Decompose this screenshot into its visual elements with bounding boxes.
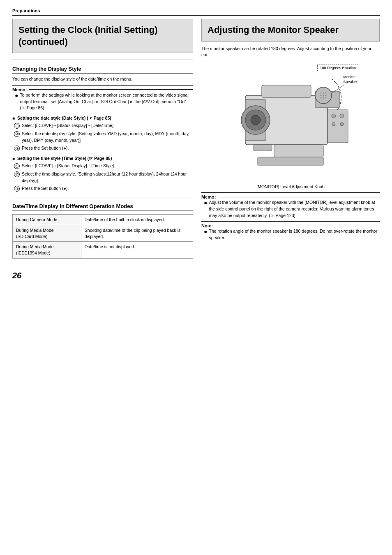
svg-rect-25: [254, 145, 272, 151]
page-number: 26: [12, 271, 193, 280]
svg-point-20: [321, 97, 322, 99]
time-step-text-3: Press the Set button (●).: [22, 185, 193, 192]
datetime-display-heading: Date/Time Display in Different Operation…: [12, 203, 193, 211]
date-step-1: ① Select [LCD/VF]→[Status Display]→[Date…: [12, 123, 193, 129]
note-block: Note: ● The rotation angle of the monito…: [201, 221, 380, 241]
note-title: Note:: [201, 223, 380, 228]
note-bullet-icon-1: ●: [204, 228, 207, 241]
table-cell-mode-3: During Media Mode (IEEE1394 Mode): [13, 242, 81, 258]
right-memo-block: Memo: ● Adjust the volume of the monitor…: [201, 192, 380, 219]
camera-diagram-svg: [221, 62, 360, 182]
svg-point-5: [251, 115, 261, 125]
svg-rect-26: [258, 157, 323, 165]
step-num-2: ②: [14, 131, 20, 137]
date-style-heading: Setting the date style (Date Style) (☞ P…: [12, 116, 193, 120]
table-cell-desc-2: Shooting date/time of the clip being pla…: [81, 225, 193, 241]
table-cell-desc-1: Date/time of the built-in clock is displ…: [81, 215, 193, 225]
svg-point-22: [325, 97, 327, 99]
monitor-speaker-label: MonitorSpeaker: [343, 75, 357, 84]
table-cell-mode-2: During Media Mode (SD Card Mode): [13, 225, 81, 241]
time-step-2: ② Select the time display style. [Settin…: [12, 171, 193, 184]
time-style-heading: Setting the time style (Time Style) (☞ P…: [12, 156, 193, 161]
svg-rect-8: [327, 110, 348, 143]
right-bullet-icon-1: ●: [204, 199, 207, 219]
time-step-3: ③ Press the Set button (●).: [12, 185, 193, 192]
table-cell-desc-3: Date/time is not displayed.: [81, 242, 193, 258]
note-bullet-text-1: The rotation angle of the monitor speake…: [209, 228, 380, 241]
right-column: Adjusting the Monitor Speaker The monito…: [201, 19, 380, 280]
svg-point-16: [325, 92, 327, 94]
changing-display-style-heading: Changing the Display Style: [12, 66, 193, 74]
operation-modes-table: During Camera Mode Date/time of the buil…: [12, 214, 193, 258]
svg-point-9: [332, 114, 336, 118]
memo-title-1: Memo:: [12, 87, 193, 92]
left-section-title-box: Setting the Clock (Initial Setting) (con…: [12, 19, 193, 53]
page-header: Preparations: [12, 8, 380, 16]
left-section-title: Setting the Clock (Initial Setting) (con…: [18, 24, 187, 48]
right-memo-title: Memo:: [201, 194, 380, 199]
svg-point-17: [321, 95, 322, 96]
table-cell-mode-1: During Camera Mode: [13, 215, 81, 225]
svg-rect-24: [274, 145, 323, 157]
camera-diagram-container: 180 Degrees Rotation: [201, 62, 380, 182]
step-text-3: Press the Set button (●).: [22, 145, 193, 152]
bullet-icon-1: ●: [15, 92, 18, 111]
right-section-title: Adjusting the Monitor Speaker: [208, 24, 374, 36]
time-step-text-2: Select the time display style. [Setting …: [22, 171, 193, 184]
memo-block-1: Memo: ● To perform the settings while lo…: [12, 85, 193, 111]
table-row: During Media Mode (SD Card Mode) Shootin…: [13, 225, 193, 241]
step-num-3: ③: [14, 146, 20, 151]
right-section-intro: The monitor speaker can be rotated 180 d…: [201, 46, 380, 59]
right-memo-bullet-text-1: Adjust the volume of the monitor speaker…: [209, 199, 380, 219]
memo-bullet-text-1: To perform the settings while looking at…: [20, 92, 193, 111]
memo-bullet-1: ● To perform the settings while looking …: [12, 92, 193, 111]
svg-point-18: [323, 95, 324, 96]
svg-rect-6: [262, 85, 311, 97]
right-memo-bullet-1: ● Adjust the volume of the monitor speak…: [201, 199, 380, 219]
svg-point-11: [332, 123, 335, 126]
right-section-title-box: Adjusting the Monitor Speaker: [201, 19, 380, 42]
svg-point-19: [325, 95, 327, 96]
left-column: Setting the Clock (Initial Setting) (con…: [12, 19, 193, 280]
time-step-num-1: ①: [14, 163, 20, 169]
svg-point-14: [321, 92, 322, 94]
time-step-num-3: ③: [14, 186, 20, 192]
svg-point-21: [323, 97, 324, 99]
step-text-2: Select the date display style. [Setting …: [22, 131, 193, 144]
step-text-1: Select [LCD/VF]→[Status Display]→[Date/T…: [22, 123, 193, 129]
diagram-caption: [MONITOR] Level Adjustment Knob: [201, 184, 380, 189]
step-num-1: ①: [14, 123, 20, 129]
changing-display-intro: You can change the display style of the …: [12, 76, 193, 83]
table-row: During Media Mode (IEEE1394 Mode) Date/t…: [13, 242, 193, 258]
svg-point-10: [340, 114, 344, 118]
date-step-2: ② Select the date display style. [Settin…: [12, 131, 193, 144]
svg-point-12: [340, 123, 344, 126]
note-bullet-1: ● The rotation angle of the monitor spea…: [201, 228, 380, 241]
date-step-3: ③ Press the Set button (●).: [12, 145, 193, 152]
table-row: During Camera Mode Date/time of the buil…: [13, 215, 193, 225]
svg-point-15: [323, 92, 324, 94]
time-step-text-1: Select [LCD/VF]→[Status Display]→[Time S…: [22, 163, 193, 169]
time-step-num-2: ②: [14, 171, 20, 177]
time-step-1: ① Select [LCD/VF]→[Status Display]→[Time…: [12, 163, 193, 169]
